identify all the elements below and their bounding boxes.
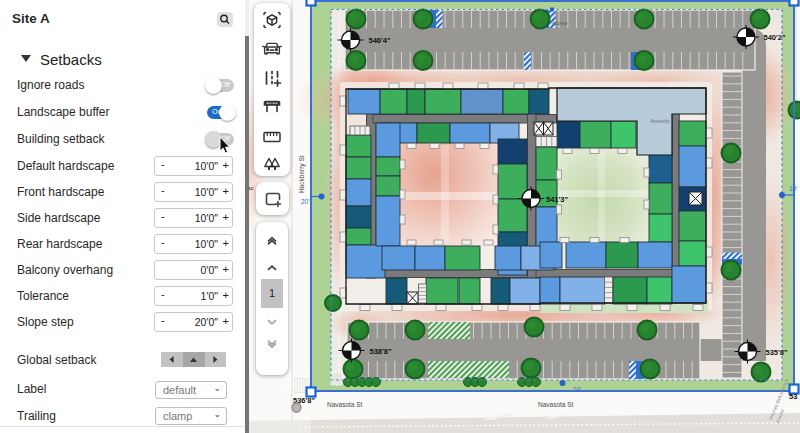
svg-text:10': 10' [573,386,581,393]
svg-text:541'3": 541'3" [546,195,568,204]
svg-text:540'2": 540'2" [764,33,786,42]
svg-text:53: 53 [789,392,797,401]
svg-text:535'8": 535'8" [766,348,788,357]
svg-text:Accessi: Accessi [552,21,568,26]
svg-text:20': 20' [301,198,309,205]
svg-text:Navasota St: Navasota St [327,401,363,408]
svg-text:546'4": 546'4" [369,36,391,45]
svg-text:10': 10' [789,185,797,192]
svg-text:Hackberry St: Hackberry St [298,155,306,193]
svg-text:538'8": 538'8" [370,347,392,356]
svg-text:Amenity: Amenity [650,118,670,124]
svg-text:Navasota St: Navasota St [538,401,574,408]
